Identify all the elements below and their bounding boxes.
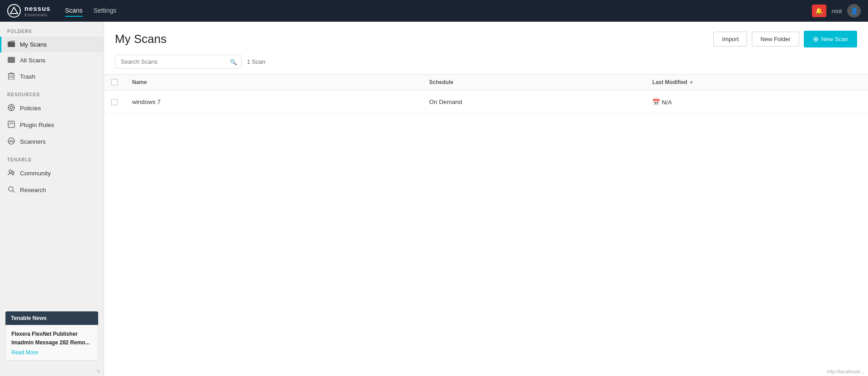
topnav-right: 🔔 root 👤	[812, 4, 861, 18]
sort-arrow-icon: ▼	[689, 80, 693, 85]
sidebar-item-trash[interactable]: Trash	[0, 68, 104, 85]
all-scans-icon	[7, 56, 15, 64]
th-schedule-label: Schedule	[429, 79, 453, 85]
logo-sub: Essentials	[24, 13, 51, 17]
tenable-label: TENABLE	[0, 150, 104, 165]
scan-table-wrapper: Name Schedule Last Modified ▼	[104, 74, 868, 114]
row-check-cell	[104, 90, 125, 114]
sidebar-item-plugin-rules-label: Plugin Rules	[20, 122, 54, 128]
th-actions	[831, 75, 868, 90]
svg-rect-1	[8, 42, 15, 47]
topnav-links: Scans Settings	[65, 5, 812, 17]
community-icon	[7, 169, 15, 178]
main-content: My Scans Import New Folder ⊕ New Scan 🔍 …	[104, 22, 868, 376]
notification-button[interactable]: 🔔	[812, 5, 826, 17]
user-avatar[interactable]: 👤	[847, 4, 861, 18]
scan-table-body: windows 7 On Demand 📅 N/A ▶ ✕	[104, 90, 868, 114]
th-last-modified-label: Last Modified	[652, 79, 687, 85]
folder-icon	[7, 41, 15, 48]
sidebar-item-scanners-label: Scanners	[20, 138, 46, 145]
svg-rect-2	[8, 58, 15, 63]
th-schedule: Schedule	[422, 75, 645, 90]
th-check	[104, 75, 125, 90]
sidebar-item-research-label: Research	[20, 187, 46, 193]
resources-label: RESOURCES	[0, 85, 104, 100]
page-title: My Scans	[115, 32, 166, 46]
sidebar-item-my-scans-label: My Scans	[20, 41, 47, 48]
user-label: root	[832, 8, 842, 14]
search-input[interactable]	[115, 55, 242, 69]
logo: nessus Essentials	[7, 4, 51, 18]
sidebar-item-scanners[interactable]: Scanners	[0, 133, 104, 150]
row-last-modified: N/A	[662, 99, 672, 106]
header-actions: Import New Folder ⊕ New Scan	[713, 31, 857, 47]
scanners-icon	[7, 137, 15, 146]
plugin-rules-icon	[7, 121, 15, 129]
row-schedule-cell: On Demand	[422, 90, 645, 114]
svg-point-20	[9, 170, 12, 173]
research-icon	[7, 186, 15, 194]
row-checkbox[interactable]	[111, 99, 118, 105]
th-name-label: Name	[132, 79, 147, 85]
table-row: windows 7 On Demand 📅 N/A ▶ ✕	[104, 90, 868, 114]
sidebar-item-community[interactable]: Community	[0, 165, 104, 182]
svg-point-22	[9, 187, 13, 191]
logo-icon	[7, 4, 21, 18]
topnav: nessus Essentials Scans Settings 🔔 root …	[0, 0, 868, 22]
sidebar-collapse-area: «	[0, 366, 104, 376]
search-wrapper: 🔍	[115, 55, 242, 69]
news-text: Flexera FlexNet Publisher lmadmin Messag…	[11, 331, 90, 346]
content-header: My Scans Import New Folder ⊕ New Scan	[104, 22, 868, 55]
search-area: 🔍 1 Scan	[104, 55, 868, 74]
nav-scans[interactable]: Scans	[65, 5, 83, 17]
sidebar-item-policies[interactable]: Policies	[0, 100, 104, 117]
th-name: Name	[125, 75, 422, 90]
sidebar-item-trash-label: Trash	[20, 73, 35, 80]
row-last-modified-cell: 📅 N/A	[645, 90, 831, 114]
nav-settings[interactable]: Settings	[94, 5, 117, 17]
sidebar-collapse-button[interactable]: «	[97, 368, 100, 374]
news-header: Tenable News	[5, 311, 98, 325]
svg-line-17	[9, 124, 10, 125]
svg-point-21	[12, 171, 14, 173]
th-last-modified[interactable]: Last Modified ▼	[645, 75, 831, 90]
main-layout: FOLDERS My Scans All Scans Trash RESOURC…	[0, 22, 868, 376]
sidebar-item-plugin-rules[interactable]: Plugin Rules	[0, 117, 104, 133]
svg-rect-3	[8, 57, 15, 58]
policies-icon	[7, 104, 15, 113]
svg-rect-16	[8, 121, 14, 127]
folders-label: FOLDERS	[0, 22, 104, 37]
row-name-cell[interactable]: windows 7	[125, 90, 422, 114]
scan-count: 1 Scan	[247, 58, 265, 65]
sidebar-item-community-label: Community	[20, 170, 51, 177]
logo-name: nessus	[24, 5, 51, 12]
sidebar-item-all-scans-label: All Scans	[20, 57, 45, 64]
sidebar-item-policies-label: Policies	[20, 105, 41, 112]
svg-line-23	[13, 191, 14, 193]
calendar-icon: 📅	[652, 99, 660, 106]
new-scan-label: New Scan	[821, 36, 848, 42]
import-button[interactable]: Import	[713, 32, 747, 47]
news-read-more-link[interactable]: Read More	[11, 349, 92, 356]
sidebar-item-my-scans[interactable]: My Scans	[0, 37, 104, 52]
row-name: windows 7	[132, 99, 161, 105]
table-header-row: Name Schedule Last Modified ▼	[104, 75, 868, 90]
statusbar-url: http://localhost/...	[827, 369, 864, 374]
row-delete-button[interactable]: ✕	[851, 97, 861, 107]
row-play-button[interactable]: ▶	[839, 97, 848, 107]
svg-marker-0	[10, 7, 18, 14]
statusbar: http://localhost/...	[823, 367, 868, 376]
trash-icon	[7, 72, 15, 81]
svg-point-11	[10, 106, 13, 109]
sidebar-item-all-scans[interactable]: All Scans	[0, 52, 104, 68]
new-scan-button[interactable]: ⊕ New Scan	[804, 31, 857, 47]
sidebar-item-research[interactable]: Research	[0, 182, 104, 198]
tenable-news: Tenable News Flexera FlexNet Publisher l…	[5, 311, 98, 361]
new-folder-button[interactable]: New Folder	[752, 32, 799, 47]
select-all-checkbox[interactable]	[111, 79, 118, 85]
row-actions-cell: ▶ ✕	[831, 90, 868, 114]
sidebar: FOLDERS My Scans All Scans Trash RESOURC…	[0, 22, 104, 376]
plus-icon: ⊕	[813, 35, 819, 43]
logo-text-block: nessus Essentials	[24, 5, 51, 17]
scan-table: Name Schedule Last Modified ▼	[104, 74, 868, 114]
